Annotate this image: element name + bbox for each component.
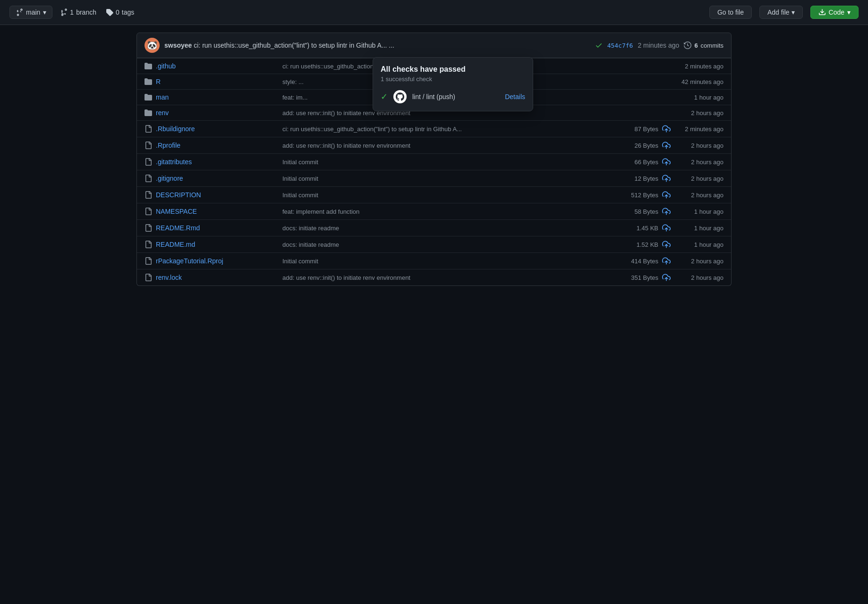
file-commit: feat: implement add function (282, 208, 615, 215)
tag-count-link[interactable]: 0 tags (106, 8, 134, 16)
file-name[interactable]: .gitignore (145, 175, 277, 182)
file-name[interactable]: .gitattributes (145, 158, 277, 166)
popup-check-row: ✓ lint / lint (push) Details (381, 90, 525, 103)
branch-icon (16, 8, 23, 16)
file-commit: add: use renv::init() to initiate renv e… (282, 274, 615, 281)
file-name[interactable]: README.md (145, 241, 277, 248)
file-time: 2 minutes ago (676, 63, 723, 70)
table-row: rPackageTutorial.Rproj Initial commit 41… (137, 252, 731, 269)
branch-count: 1 (70, 8, 74, 16)
file-time: 2 minutes ago (676, 126, 723, 133)
folder-icon (145, 78, 152, 85)
file-commit: Initial commit (282, 192, 615, 199)
tag-count: 0 (116, 8, 119, 16)
commits-count: 6 (694, 42, 698, 49)
file-actions: 12 Bytes (621, 174, 671, 183)
commit-time: 2 minutes ago (638, 42, 679, 49)
commit-author[interactable]: swsoyee (164, 42, 192, 49)
table-row: .Rprofile add: use renv::init() to initi… (137, 137, 731, 153)
file-name[interactable]: renv (145, 109, 277, 117)
repo-content: 🐼 swsoyee ci: run usethis::use_github_ac… (127, 33, 741, 286)
file-size: 351 Bytes (621, 274, 658, 281)
file-time: 1 hour ago (676, 225, 723, 232)
file-icon (145, 208, 152, 215)
file-size: 1.45 KB (621, 225, 658, 232)
file-size: 26 Bytes (621, 142, 658, 149)
file-actions: 26 Bytes (621, 141, 671, 150)
file-commit: Initial commit (282, 175, 615, 182)
file-time: 42 minutes ago (676, 78, 723, 85)
cloud-upload-icon (662, 273, 671, 282)
file-time: 2 hours ago (676, 175, 723, 182)
file-actions: 1.52 KB (621, 240, 671, 249)
commits-link[interactable]: 6 commits (684, 42, 723, 49)
file-size: 512 Bytes (621, 192, 658, 199)
history-icon (684, 42, 691, 49)
file-size: 12 Bytes (621, 175, 658, 182)
folder-icon (145, 93, 152, 101)
file-icon (145, 191, 152, 199)
file-name[interactable]: NAMESPACE (145, 208, 277, 215)
cloud-upload-icon (662, 191, 671, 199)
file-size: 414 Bytes (621, 258, 658, 265)
file-time: 1 hour ago (676, 208, 723, 215)
file-name[interactable]: rPackageTutorial.Rproj (145, 257, 277, 265)
folder-icon (145, 109, 152, 117)
file-name[interactable]: README.Rmd (145, 224, 277, 232)
file-time: 2 hours ago (676, 258, 723, 265)
file-name[interactable]: man (145, 93, 277, 101)
file-size: 87 Bytes (621, 126, 658, 133)
code-label: Code (829, 8, 844, 16)
cloud-upload-icon (662, 207, 671, 216)
table-row: .gitattributes Initial commit 66 Bytes 2… (137, 153, 731, 170)
details-link[interactable]: Details (505, 93, 525, 101)
file-name[interactable]: .Rprofile (145, 142, 277, 149)
check-logo (393, 90, 407, 103)
file-time: 1 hour ago (676, 94, 723, 101)
file-size: 66 Bytes (621, 159, 658, 166)
file-commit: Initial commit (282, 258, 615, 265)
file-icon (145, 241, 152, 248)
file-icon (145, 175, 152, 182)
file-commit: ci: run usethis::use_github_action("lint… (282, 126, 615, 133)
add-file-button[interactable]: Add file ▾ (759, 6, 803, 19)
file-name[interactable]: renv.lock (145, 274, 277, 281)
folder-icon (145, 62, 152, 70)
file-size: 1.52 KB (621, 241, 658, 248)
download-icon (818, 8, 826, 16)
tag-label: tags (122, 8, 134, 16)
cloud-upload-icon (662, 125, 671, 133)
file-time: 2 hours ago (676, 109, 723, 117)
cloud-upload-icon (662, 158, 671, 166)
file-actions: 66 Bytes (621, 158, 671, 166)
cloud-upload-icon (662, 240, 671, 249)
table-row: README.md docs: initiate readme 1.52 KB … (137, 236, 731, 252)
file-name[interactable]: .github (145, 62, 277, 70)
commit-check[interactable] (595, 42, 603, 49)
branch-selector[interactable]: main ▾ (9, 6, 52, 19)
file-time: 1 hour ago (676, 241, 723, 248)
branch-chevron: ▾ (43, 8, 46, 16)
go-to-file-button[interactable]: Go to file (709, 6, 752, 19)
code-button[interactable]: Code ▾ (810, 6, 859, 19)
commit-info: swsoyee ci: run usethis::use_github_acti… (164, 42, 590, 49)
github-logo-icon (396, 92, 404, 101)
file-commit: docs: initiate readme (282, 225, 615, 232)
file-actions: 351 Bytes (621, 273, 671, 282)
cloud-upload-icon (662, 141, 671, 150)
file-size: 58 Bytes (621, 208, 658, 215)
check-name: lint / lint (push) (412, 93, 499, 101)
file-name[interactable]: .Rbuildignore (145, 125, 277, 133)
file-icon (145, 125, 152, 133)
file-icon (145, 257, 152, 265)
popup-title: All checks have passed (381, 65, 525, 74)
top-bar: main ▾ 1 branch 0 tags Go to file Add fi… (0, 0, 868, 25)
file-commit: docs: initiate readme (282, 241, 615, 248)
file-name[interactable]: R (145, 78, 277, 85)
file-time: 2 hours ago (676, 142, 723, 149)
branches-icon (60, 8, 68, 16)
file-name[interactable]: DESCRIPTION (145, 191, 277, 199)
commit-hash[interactable]: 454c7f6 (607, 42, 633, 49)
file-actions: 1.45 KB (621, 224, 671, 232)
branch-count-link[interactable]: 1 branch (60, 8, 96, 16)
